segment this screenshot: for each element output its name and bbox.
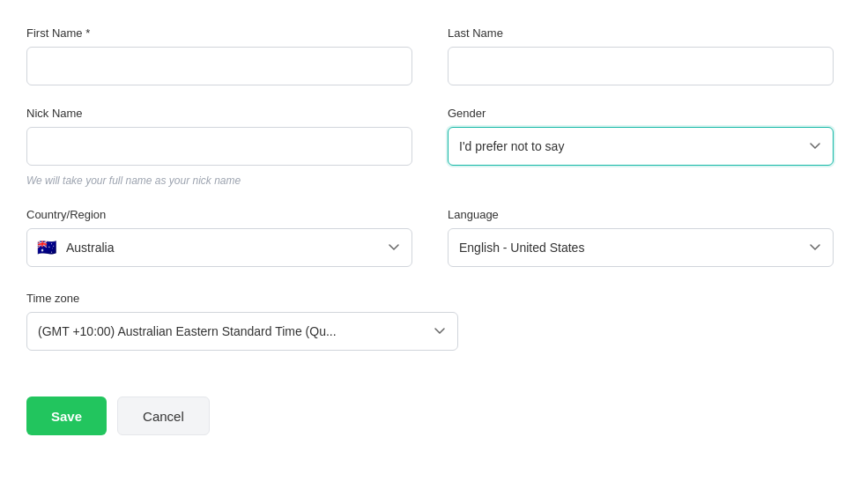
nick-name-group: Nick Name We will take your full name as… xyxy=(26,107,412,187)
last-name-label: Last Name xyxy=(448,26,834,40)
nick-name-input[interactable] xyxy=(26,127,412,166)
language-group: Language English - United States English… xyxy=(448,208,834,267)
first-name-input[interactable] xyxy=(26,47,412,85)
cancel-button[interactable]: Cancel xyxy=(117,397,210,435)
nick-name-hint: We will take your full name as your nick… xyxy=(26,174,412,187)
gender-label: Gender xyxy=(448,107,834,120)
save-button[interactable]: Save xyxy=(26,397,107,435)
gender-select[interactable]: I'd prefer not to say Male Female Other xyxy=(448,127,834,166)
country-select[interactable]: Australia United States United Kingdom xyxy=(26,228,412,267)
country-group: Country/Region 🇦🇺 Australia United State… xyxy=(26,208,412,267)
first-name-label: First Name * xyxy=(26,26,412,40)
timezone-wrapper: (GMT +10:00) Australian Eastern Standard… xyxy=(26,312,458,351)
required-asterisk: * xyxy=(85,26,90,40)
first-name-label-text: First Name xyxy=(26,26,83,40)
country-wrapper: 🇦🇺 Australia United States United Kingdo… xyxy=(26,228,412,267)
country-label: Country/Region xyxy=(26,208,412,221)
gender-group: Gender I'd prefer not to say Male Female… xyxy=(448,107,834,187)
timezone-label: Time zone xyxy=(26,292,834,305)
timezone-select[interactable]: (GMT +10:00) Australian Eastern Standard… xyxy=(26,312,458,351)
timezone-group: Time zone (GMT +10:00) Australian Easter… xyxy=(26,292,834,351)
last-name-group: Last Name xyxy=(448,26,834,85)
nick-name-label: Nick Name xyxy=(26,107,412,120)
form-actions: Save Cancel xyxy=(26,397,834,435)
first-name-group: First Name * xyxy=(26,26,412,85)
language-select[interactable]: English - United States English - United… xyxy=(448,228,834,267)
last-name-input[interactable] xyxy=(448,47,834,85)
language-label: Language xyxy=(448,208,834,221)
